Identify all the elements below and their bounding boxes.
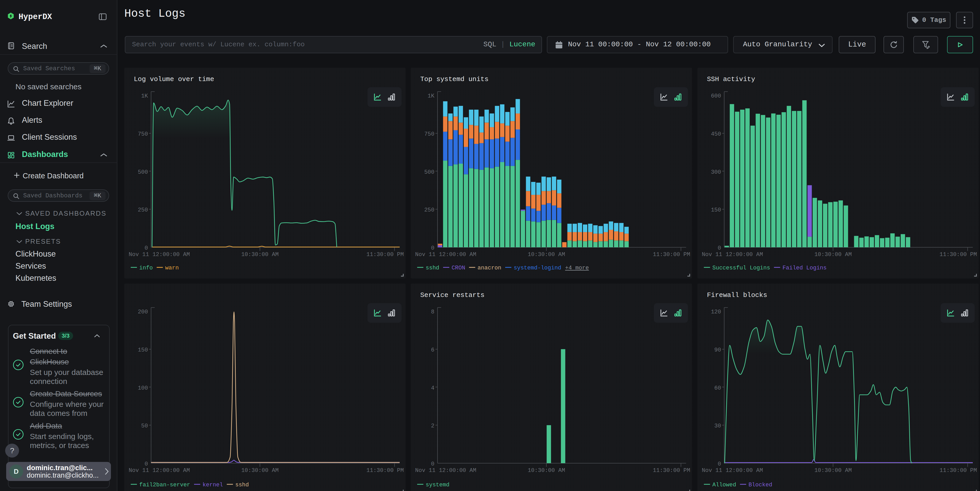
svg-text:120: 120: [711, 309, 721, 315]
svg-text:warn: warn: [165, 265, 179, 271]
svg-text:CRON: CRON: [452, 265, 465, 271]
svg-text:info: info: [139, 265, 153, 271]
svg-text:600: 600: [711, 93, 721, 99]
svg-text:100: 100: [138, 385, 148, 391]
svg-text:10:30:00 AM: 10:30:00 AM: [528, 251, 565, 258]
svg-text:Nov 11 12:00:00 AM: Nov 11 12:00:00 AM: [415, 467, 476, 474]
svg-text:50: 50: [141, 423, 148, 429]
svg-text:anacron: anacron: [478, 265, 501, 271]
svg-text:11:30:00 PM: 11:30:00 PM: [653, 467, 690, 474]
svg-text:10:30:00 AM: 10:30:00 AM: [241, 467, 278, 474]
svg-text:Nov 11 12:00:00 AM: Nov 11 12:00:00 AM: [415, 251, 476, 258]
svg-text:750: 750: [424, 131, 434, 137]
svg-text:systemd-logind: systemd-logind: [514, 265, 561, 271]
svg-text:0: 0: [431, 461, 434, 467]
svg-text:90: 90: [714, 347, 721, 353]
svg-text:11:30:00 PM: 11:30:00 PM: [940, 251, 977, 258]
svg-text:750: 750: [138, 131, 148, 137]
svg-text:sshd: sshd: [235, 482, 249, 488]
svg-text:Failed Logins: Failed Logins: [782, 265, 827, 271]
svg-text:+4 more: +4 more: [565, 265, 589, 271]
svg-text:60: 60: [714, 385, 721, 391]
svg-text:Nov 11 12:00:00 AM: Nov 11 12:00:00 AM: [129, 467, 190, 474]
svg-text:10:30:00 AM: 10:30:00 AM: [814, 251, 851, 258]
svg-text:systemd: systemd: [426, 482, 449, 488]
svg-text:2: 2: [431, 423, 434, 429]
svg-text:6: 6: [431, 347, 434, 353]
svg-text:450: 450: [711, 131, 721, 137]
svg-text:500: 500: [424, 169, 434, 175]
svg-text:4: 4: [431, 385, 434, 391]
svg-text:150: 150: [711, 207, 721, 213]
svg-text:Nov 11 12:00:00 AM: Nov 11 12:00:00 AM: [129, 251, 190, 258]
svg-text:500: 500: [138, 169, 148, 175]
svg-text:200: 200: [138, 309, 148, 315]
svg-text:1K: 1K: [141, 93, 148, 99]
svg-text:Allowed: Allowed: [712, 482, 736, 488]
svg-text:0: 0: [718, 245, 721, 251]
svg-text:Nov 11 12:00:00 AM: Nov 11 12:00:00 AM: [702, 251, 763, 258]
svg-text:30: 30: [714, 423, 721, 429]
svg-text:Blocked: Blocked: [748, 482, 772, 488]
svg-text:300: 300: [711, 169, 721, 175]
svg-text:250: 250: [138, 207, 148, 213]
svg-text:8: 8: [431, 309, 434, 315]
svg-text:10:30:00 AM: 10:30:00 AM: [814, 467, 851, 474]
svg-text:sshd: sshd: [426, 265, 439, 271]
svg-text:kernel: kernel: [202, 482, 223, 488]
svg-text:1K: 1K: [428, 93, 435, 99]
svg-text:0: 0: [145, 461, 148, 467]
svg-text:Nov 11 12:00:00 AM: Nov 11 12:00:00 AM: [702, 467, 763, 474]
svg-text:fail2ban-server: fail2ban-server: [139, 482, 190, 488]
svg-text:10:30:00 AM: 10:30:00 AM: [528, 467, 565, 474]
svg-text:11:30:00 PM: 11:30:00 PM: [940, 467, 977, 474]
svg-text:0: 0: [145, 245, 148, 251]
svg-text:250: 250: [424, 207, 434, 213]
svg-text:11:30:00 PM: 11:30:00 PM: [366, 467, 404, 474]
svg-text:0: 0: [718, 461, 721, 467]
svg-text:10:30:00 AM: 10:30:00 AM: [241, 251, 278, 258]
svg-text:0: 0: [431, 245, 434, 251]
svg-text:11:30:00 PM: 11:30:00 PM: [653, 251, 690, 258]
svg-text:150: 150: [138, 347, 148, 353]
svg-text:Successful Logins: Successful Logins: [712, 265, 770, 271]
svg-text:11:30:00 PM: 11:30:00 PM: [366, 251, 404, 258]
